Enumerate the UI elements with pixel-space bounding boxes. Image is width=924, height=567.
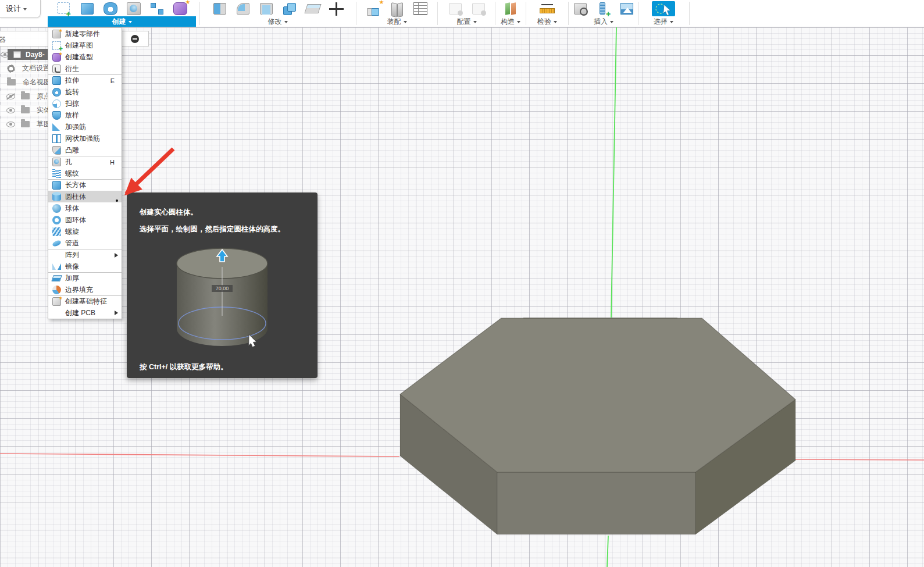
toolbar-group-insert: + 插入 [569, 0, 638, 27]
menu-item-derive[interactable]: 衍生 [48, 63, 122, 74]
toolbar-separator [526, 2, 526, 25]
pipe-icon [52, 239, 62, 247]
menu-item-create-form[interactable]: ★创建造型 [48, 51, 122, 63]
configuration-icon[interactable] [447, 1, 463, 16]
browser-title: 浏览器 [0, 35, 6, 45]
emboss-icon [52, 146, 61, 155]
base-feature-icon: ★ [52, 297, 61, 306]
minus-circle-icon [131, 35, 139, 43]
joint-icon[interactable] [389, 1, 405, 16]
insert-derive-icon[interactable] [572, 1, 588, 16]
create-form-icon[interactable]: ★ [172, 1, 188, 16]
menu-item-boundary-fill[interactable]: 边界填充 [48, 284, 122, 295]
select-tool-icon[interactable] [652, 1, 675, 16]
component-cube-icon [13, 51, 21, 58]
menu-item-create-sketch[interactable]: 创建草图 [48, 40, 122, 51]
toolbar-group-create: + ★ 创建 [48, 0, 196, 27]
chevron-down-icon [23, 8, 27, 10]
gear-icon [7, 65, 15, 73]
bom-table-icon[interactable] [412, 1, 429, 16]
ribbon-toolbar: + ★ 创建 修改 ★ 装配 [0, 0, 924, 27]
insert-fastener-icon[interactable]: + [595, 1, 612, 16]
menu-item-emboss[interactable]: 凸雕 [48, 144, 122, 156]
move-copy-icon[interactable] [328, 1, 344, 16]
tab-insert[interactable]: 插入 [569, 16, 638, 27]
menu-item-box[interactable]: 长方体 [48, 179, 122, 191]
revolve-icon[interactable] [102, 1, 119, 16]
menu-item-base-feature[interactable]: ★创建基础特征 [48, 295, 122, 307]
mirror-icon [52, 262, 61, 271]
menu-item-sweep[interactable]: 扫掠 [48, 98, 122, 109]
offset-face-icon[interactable] [305, 1, 321, 16]
menu-item-thicken[interactable]: 加厚 [48, 272, 122, 284]
extrude-icon[interactable] [79, 1, 95, 16]
tab-modify-label: 修改 [268, 17, 282, 26]
visibility-eye-off-icon[interactable] [6, 94, 15, 99]
rib-icon [52, 123, 61, 131]
menu-item-hole[interactable]: 孔H [48, 156, 122, 167]
toolbar-separator [495, 2, 495, 25]
tab-create[interactable]: 创建 [48, 16, 196, 27]
combine-icon[interactable] [281, 1, 298, 16]
coil-icon [52, 227, 61, 236]
create-sketch-icon[interactable]: + [56, 1, 72, 16]
cylinder-tooltip: 创建实心圆柱体。 选择平面，绘制圆，然后指定圆柱体的高度。 70.00 按 Ct… [127, 192, 317, 378]
shell-icon[interactable] [258, 1, 274, 16]
menu-item-sphere[interactable]: 球体 [48, 202, 122, 214]
tab-assemble[interactable]: 装配 [358, 16, 436, 27]
menu-item-torus[interactable]: 圆环体 [48, 214, 122, 226]
chevron-down-icon [670, 21, 673, 23]
fillet-icon[interactable] [235, 1, 251, 16]
pattern-icon[interactable] [149, 1, 165, 16]
insert-canvas-icon[interactable] [619, 1, 635, 16]
menu-item-coil[interactable]: 螺旋 [48, 226, 122, 237]
sweep-icon [52, 99, 61, 108]
menu-item-loft[interactable]: 放样 [48, 109, 122, 121]
hexagon-front-face[interactable] [497, 472, 695, 534]
toolbar-group-inspect: 检验 [527, 0, 568, 27]
y-axis-line-bottom [607, 536, 608, 567]
tab-construct[interactable]: 构造 [496, 16, 525, 27]
empty-icon-slot [52, 251, 61, 259]
collapse-browser-button[interactable] [126, 33, 144, 45]
menu-item-extrude[interactable]: 拉伸E [48, 74, 122, 86]
visibility-eye-icon[interactable] [6, 108, 15, 113]
tab-inspect[interactable]: 检验 [527, 16, 568, 27]
boundary-fill-icon [52, 286, 61, 294]
tab-create-label: 创建 [112, 17, 126, 26]
configuration-table-icon[interactable] [470, 1, 487, 16]
chevron-down-icon [554, 21, 557, 23]
menu-item-cylinder[interactable]: 圆柱体 [48, 191, 122, 202]
menu-item-thread[interactable]: 螺纹 [48, 167, 122, 179]
tab-select[interactable]: 选择 [640, 16, 687, 27]
menu-item-create-pcb[interactable]: 创建 PCB [48, 307, 122, 319]
menu-item-rib[interactable]: 加强筋 [48, 121, 122, 133]
menu-item-pattern[interactable]: 阵列 [48, 249, 122, 261]
construction-plane-icon[interactable] [502, 1, 519, 16]
menu-item-pipe[interactable]: 管道 [48, 237, 122, 249]
press-pull-icon[interactable] [212, 1, 228, 16]
measure-icon[interactable] [539, 1, 555, 16]
hole-icon[interactable] [126, 1, 142, 16]
menu-item-revolve[interactable]: 旋转 [48, 86, 122, 98]
menu-item-new-component[interactable]: ★新建零部件 [48, 28, 122, 40]
new-component-icon[interactable]: ★ [366, 1, 382, 16]
create-dropdown-menu: ★新建零部件 创建草图 ★创建造型 衍生 拉伸E 旋转 扫掠 放样 加强筋 网状… [48, 27, 122, 319]
toolbar-group-configure: 配置 [439, 0, 494, 27]
y-axis-line-top [611, 27, 616, 318]
menu-item-mirror[interactable]: 镜像 [48, 261, 122, 272]
tab-modify[interactable]: 修改 [201, 16, 355, 27]
chevron-down-icon [284, 21, 288, 23]
toolbar-separator [689, 2, 690, 25]
submenu-arrow-icon [115, 311, 118, 315]
visibility-eye-icon[interactable] [6, 122, 15, 127]
extrude-icon [52, 76, 61, 85]
cylinder-preview-image: 70.00 [166, 240, 278, 354]
chevron-down-icon [517, 21, 520, 23]
folder-icon [21, 93, 30, 99]
workspace-selector[interactable]: 设计 [0, 0, 41, 18]
menu-item-web[interactable]: 网状加强筋 [48, 133, 122, 144]
hole-icon [52, 158, 61, 166]
thread-icon [52, 169, 61, 178]
tab-configure[interactable]: 配置 [439, 16, 494, 27]
